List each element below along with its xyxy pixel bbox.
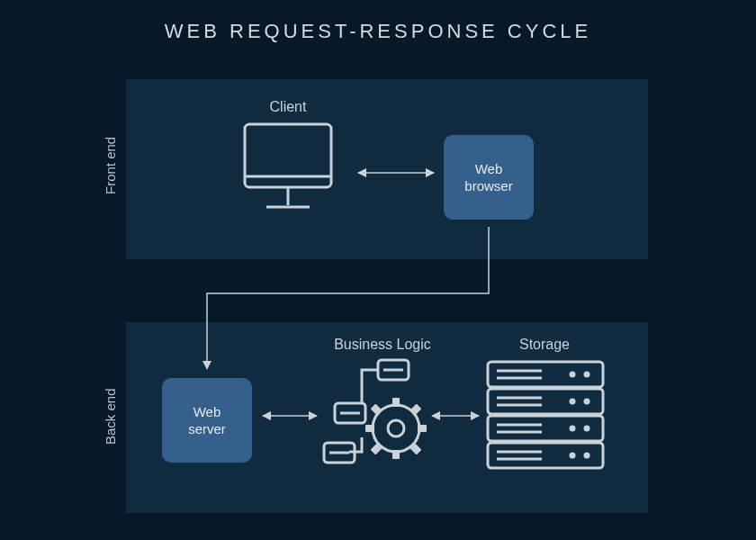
storage-label: Storage [500, 337, 590, 353]
back-end-label: Back end [103, 388, 118, 445]
front-end-panel [126, 79, 648, 259]
web-browser-label-1: Web [475, 161, 503, 176]
web-server-label-2: server [188, 421, 226, 436]
web-server-node: Web server [162, 378, 252, 463]
client-label: Client [252, 99, 324, 115]
business-logic-label: Business Logic [315, 337, 450, 353]
web-browser-node: Web browser [444, 135, 534, 220]
front-end-label: Front end [103, 137, 118, 194]
web-browser-label-2: browser [464, 178, 512, 194]
web-server-label-1: Web [194, 404, 221, 419]
diagram-title: WEB REQUEST-RESPONSE CYCLE [0, 20, 756, 43]
